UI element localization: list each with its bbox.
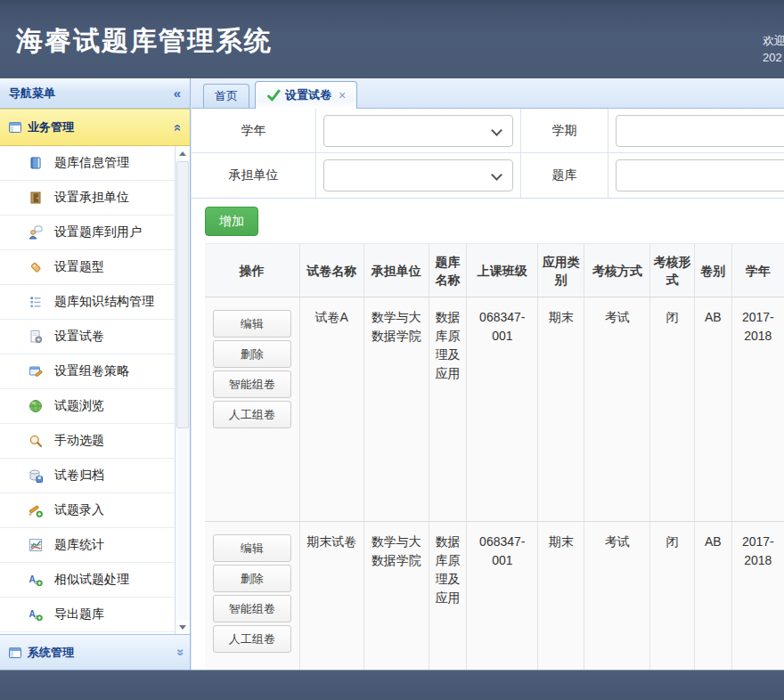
globe-icon <box>29 399 43 413</box>
scrollbar-up-icon[interactable] <box>176 146 190 160</box>
semester-input[interactable] <box>616 115 784 147</box>
school-year-cell: 2017-2018 <box>731 297 784 522</box>
col-unit: 承担单位 <box>363 244 429 297</box>
unit-cell: 数学与大数据学院 <box>363 297 429 522</box>
application-window: 海睿试题库管理系统 欢迎 202 导航菜单 « 业务管理 « <box>0 0 784 700</box>
class-cell: 068347-001 <box>467 297 538 522</box>
question-bank-label: 题库 <box>521 153 608 198</box>
accordion-system-label: 系统管理 <box>28 645 169 661</box>
assess-method-cell: 考试 <box>584 522 650 671</box>
accordion-business-label: 业务管理 <box>28 119 169 135</box>
semester-field-cell <box>608 109 784 153</box>
col-actions: 操作 <box>205 244 299 297</box>
col-app-category: 应用类别 <box>538 244 584 297</box>
edit-button[interactable]: 编辑 <box>213 534 291 562</box>
outline-icon <box>29 295 43 309</box>
sidebar-item-knowledge-structure[interactable]: 题库知识结构管理 <box>0 285 175 320</box>
panel-window-icon <box>8 120 22 134</box>
paper-type-cell: AB <box>694 297 731 522</box>
content-panel: 学年 学期 承担单位 题库 增加 <box>192 109 784 670</box>
sidebar-header: 导航菜单 « <box>0 78 190 109</box>
scrollbar-thumb[interactable] <box>176 161 189 428</box>
sidebar-item-paper-strategy[interactable]: 设置组卷策略 <box>0 354 175 389</box>
sidebar-scrollbar[interactable] <box>175 146 190 634</box>
archive-icon <box>29 468 43 483</box>
sidebar-item-manual-select[interactable]: 手动选题 <box>0 424 175 459</box>
semester-label: 学期 <box>521 109 608 153</box>
sidebar-item-bank-statistics[interactable]: 题库统计 <box>0 528 175 563</box>
assess-method-cell: 考试 <box>584 297 650 522</box>
app-footer <box>0 670 784 700</box>
delete-button[interactable]: 删除 <box>213 340 291 368</box>
paper-name-cell: 期末试卷 <box>299 522 363 671</box>
tab-close-icon[interactable]: × <box>339 88 346 102</box>
filter-form: 学年 学期 承担单位 题库 <box>192 109 784 199</box>
smart-compose-button[interactable]: 智能组卷 <box>213 370 291 398</box>
actions-cell: 编辑 删除 智能组卷 人工组卷 <box>205 297 299 522</box>
undertaking-unit-select[interactable] <box>323 159 513 191</box>
sidebar-item-label: 试卷归档 <box>54 468 104 484</box>
sidebar-item-label: 题库知识结构管理 <box>54 294 154 310</box>
sidebar-item-label: 试题录入 <box>54 502 104 518</box>
edit-button[interactable]: 编辑 <box>213 310 291 338</box>
col-assess-method: 考核方式 <box>584 244 650 297</box>
paper-name-cell: 试卷A <box>299 297 363 522</box>
tag-icon <box>29 260 43 274</box>
school-year-select[interactable] <box>323 115 513 147</box>
sidebar-item-label: 试题浏览 <box>54 398 104 414</box>
question-bank-input[interactable] <box>616 159 784 191</box>
book-icon <box>29 156 43 170</box>
sidebar-item-label: 相似试题处理 <box>54 572 129 588</box>
app-title: 海睿试题库管理系统 <box>16 23 273 60</box>
actions-cell: 编辑 删除 智能组卷 人工组卷 <box>205 522 299 671</box>
scrollbar-down-icon[interactable] <box>176 620 190 634</box>
welcome-text: 欢迎 202 <box>763 32 784 66</box>
sidebar-item-set-exam-paper[interactable]: 设置试卷 <box>0 320 175 354</box>
manual-compose-button[interactable]: 人工组卷 <box>213 401 291 428</box>
paper-type-cell: AB <box>694 522 731 671</box>
table-row: 编辑 删除 智能组卷 人工组卷 试卷A 数学与大数据学院 数据库原理及应用 06… <box>205 297 784 522</box>
assess-form-cell: 闭 <box>650 297 695 522</box>
sidebar-item-archive-papers[interactable]: 试卷归档 <box>0 459 175 493</box>
manual-compose-button[interactable]: 人工组卷 <box>213 625 291 653</box>
sidebar-item-label: 设置题型 <box>54 259 104 275</box>
main-area: 首页 设置试卷 × 学年 学期 承担单位 <box>192 78 784 670</box>
add-button[interactable]: 增加 <box>205 207 258 236</box>
undertaking-unit-field-cell <box>316 153 521 198</box>
sidebar-item-label: 题库信息管理 <box>54 155 129 171</box>
smart-compose-button[interactable]: 智能组卷 <box>213 595 291 623</box>
assess-form-cell: 闭 <box>650 522 695 671</box>
document-gear-icon <box>29 330 43 344</box>
accordion-section-system[interactable]: 系统管理 « <box>0 634 190 670</box>
chevron-down-icon[interactable]: « <box>171 648 184 655</box>
tab-home[interactable]: 首页 <box>203 84 249 108</box>
accordion-section-business[interactable]: 业务管理 « <box>0 109 190 146</box>
chevron-up-icon[interactable]: « <box>171 124 184 131</box>
sidebar-item-browse-questions[interactable]: 试题浏览 <box>0 389 175 424</box>
sidebar-item-enter-questions[interactable]: 试题录入 <box>0 493 175 528</box>
sidebar-item-export-bank[interactable]: A a 导出题库 <box>0 598 175 632</box>
table-header-row: 操作 试卷名称 承担单位 题库名称 上课班级 应用类别 考核方式 考核形式 卷别… <box>205 244 784 297</box>
class-cell: 068347-001 <box>467 522 538 671</box>
sidebar-item-label: 手动选题 <box>54 433 104 449</box>
app-header: 海睿试题库管理系统 欢迎 202 <box>0 0 784 78</box>
sidebar-item-set-question-type[interactable]: 设置题型 <box>0 250 175 285</box>
col-class: 上课班级 <box>467 244 538 297</box>
sidebar-item-question-bank-info[interactable]: 题库信息管理 <box>0 146 175 181</box>
tab-set-exam-paper[interactable]: 设置试卷 × <box>255 81 357 109</box>
pencil-icon <box>29 503 43 517</box>
door-icon <box>29 191 43 205</box>
col-paper-name: 试卷名称 <box>299 244 363 297</box>
check-icon <box>266 88 281 102</box>
sidebar-item-assign-bank-to-user[interactable]: 设置题库到用户 <box>0 216 175 250</box>
sidebar-item-similar-questions[interactable]: A a 相似试题处理 <box>0 563 175 598</box>
unit-cell: 数学与大数据学院 <box>363 522 429 671</box>
delete-button[interactable]: 删除 <box>213 565 291 592</box>
col-assess-form: 考核形式 <box>650 244 695 297</box>
school-year-label: 学年 <box>192 109 316 153</box>
bank-name-cell: 数据库原理及应用 <box>429 297 466 522</box>
app-category-cell: 期末 <box>538 522 584 671</box>
collapse-sidebar-icon[interactable]: « <box>174 86 181 100</box>
app-category-cell: 期末 <box>538 297 584 522</box>
sidebar-item-set-undertaking-unit[interactable]: 设置承担单位 <box>0 181 175 216</box>
